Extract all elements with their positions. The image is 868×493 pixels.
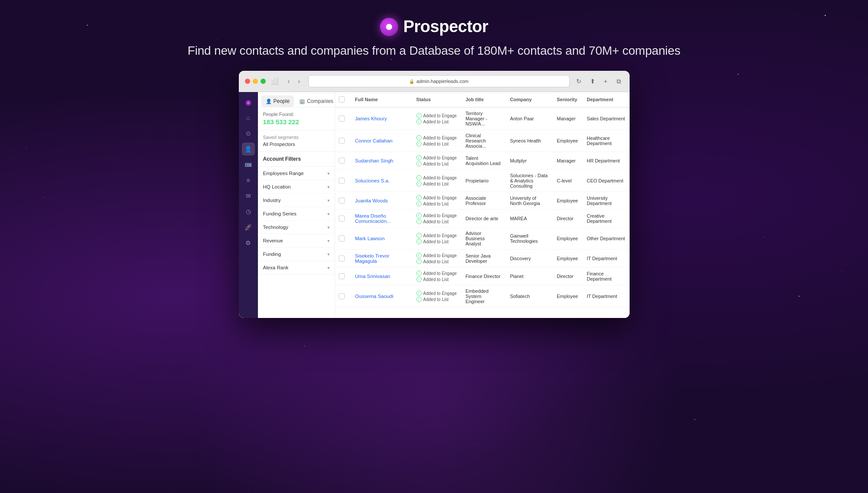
status-list-text-3: Added to List — [423, 182, 449, 186]
status-engage-8: Added to Engage — [416, 271, 457, 276]
tab-companies[interactable]: 🏢 Companies — [295, 96, 335, 107]
table-scroll-container[interactable]: Full Name Status Job title Company Senio… — [335, 92, 630, 318]
sidebar-icon-mail[interactable]: ✉ — [242, 189, 255, 202]
row-name-cell-7: Sisekelo Trevor Magagula — [351, 250, 412, 268]
sidebar-icon-settings[interactable]: ⚙ — [242, 236, 255, 249]
person-name-3[interactable]: Soluciones S.a. — [355, 178, 390, 183]
row-checkbox-4[interactable] — [339, 198, 345, 204]
saved-segments-title: Saved segments — [263, 135, 330, 140]
person-name-4[interactable]: Juanita Woods — [355, 198, 388, 203]
row-company-cell-8: Planet — [505, 268, 552, 285]
person-name-1[interactable]: Connor Callahan — [355, 138, 393, 143]
sidebar-icon-list[interactable]: ≡ — [242, 174, 255, 187]
filter-alexa-rank[interactable]: Alexa Rank ▾ — [258, 261, 335, 275]
row-checkbox-6[interactable] — [339, 235, 345, 242]
filter-hq-location[interactable]: HQ Location ▾ — [258, 180, 335, 194]
status-list-9: Added to List — [416, 297, 457, 302]
row-checkbox-5[interactable] — [339, 215, 345, 222]
forward-button[interactable]: › — [294, 76, 304, 86]
filter-technology[interactable]: Technology ▾ — [258, 221, 335, 234]
row-dept-cell-4: University Department — [582, 192, 629, 210]
person-name-2[interactable]: Sudarshan Singh — [355, 158, 393, 163]
person-name-0[interactable]: James Khoury — [355, 116, 387, 121]
table-row: Juanita Woods Added to Engage Added to L… — [335, 192, 630, 210]
row-company-cell-1: Syneos Health — [505, 130, 552, 152]
sidebar-icon-rocket[interactable]: 🚀 — [242, 221, 255, 234]
tab-people[interactable]: 👤 People — [261, 96, 294, 107]
chevron-industry-icon: ▾ — [327, 198, 330, 203]
status-list-text-5: Added to List — [423, 219, 449, 224]
sidebar-icon-home[interactable]: ⌂ — [242, 111, 255, 124]
sidebar-toggle-icon[interactable]: ⬜ — [270, 76, 280, 86]
row-checkbox-1[interactable] — [339, 138, 345, 144]
status-list-text-7: Added to List — [423, 259, 449, 264]
sidebar-icon-contacts[interactable]: 👤 — [242, 142, 255, 156]
people-found-count: 183 533 222 — [263, 118, 330, 126]
traffic-light-green[interactable] — [261, 79, 266, 84]
filter-funding-series[interactable]: Funding Series ▾ — [258, 207, 335, 221]
saved-segments-value[interactable]: All Prospectors — [263, 142, 330, 147]
row-checkbox-2[interactable] — [339, 158, 345, 164]
back-button[interactable]: ‹ — [284, 76, 294, 86]
traffic-light-red[interactable] — [245, 79, 250, 84]
row-company-cell-5: MAREA — [505, 210, 552, 228]
status-engage-1: Added to Engage — [416, 135, 457, 140]
status-engage-text-3: Added to Engage — [423, 175, 457, 180]
filter-industry[interactable]: Industry ▾ — [258, 194, 335, 207]
row-checkbox-cell — [335, 250, 351, 268]
row-dept-cell-6: Other Department — [582, 228, 629, 250]
filter-employees-range[interactable]: Employees Range ▾ — [258, 167, 335, 180]
sidebar-icon-id[interactable]: 🪪 — [242, 158, 255, 171]
row-checkbox-0[interactable] — [339, 116, 345, 122]
row-status-cell-3: Added to Engage Added to List — [412, 170, 461, 192]
row-status-cell-8: Added to Engage Added to List — [412, 268, 461, 285]
copy-tab-icon[interactable]: ⧉ — [614, 76, 624, 86]
traffic-light-yellow[interactable] — [253, 79, 258, 84]
sidebar-icon-history[interactable]: ◷ — [242, 205, 255, 218]
row-checkbox-cell — [335, 170, 351, 192]
row-status-cell-1: Added to Engage Added to List — [412, 130, 461, 152]
row-checkbox-3[interactable] — [339, 178, 345, 184]
person-name-7[interactable]: Sisekelo Trevor Magagula — [355, 253, 389, 264]
new-tab-icon[interactable]: + — [601, 76, 611, 86]
status-cell-1: Added to Engage Added to List — [416, 135, 457, 146]
row-checkbox-7[interactable] — [339, 255, 345, 261]
person-name-9[interactable]: Oussema Saoudi — [355, 294, 393, 299]
select-all-checkbox[interactable] — [339, 96, 345, 103]
row-jobtitle-cell-1: Clinical Research Associa... — [461, 130, 506, 152]
filter-funding[interactable]: Funding ▾ — [258, 248, 335, 261]
status-dot-list-8 — [416, 277, 422, 282]
browser-chrome: ⬜ ‹ › 🔒 admin.happierleads.com ↻ ⬆ + ⧉ — [239, 71, 630, 92]
row-checkbox-cell — [335, 210, 351, 228]
row-company-cell-9: Sofiatech — [505, 285, 552, 308]
status-dot-engage-1 — [416, 135, 422, 140]
sidebar-icon-brand[interactable]: ◉ — [242, 96, 255, 109]
row-status-cell-0: Added to Engage Added to List — [412, 107, 461, 130]
row-jobtitle-cell-4: Associate Professor — [461, 192, 506, 210]
column-company: Company — [505, 92, 552, 107]
tagline: Find new contacts and companies from a D… — [0, 44, 868, 58]
row-name-cell-8: Uma Srinivasan — [351, 268, 412, 285]
status-list-text-2: Added to List — [423, 162, 449, 166]
person-name-5[interactable]: Marea Diseño Comunicación... — [355, 213, 391, 224]
row-checkbox-cell — [335, 107, 351, 130]
filter-revenue[interactable]: Revenue ▾ — [258, 234, 335, 248]
row-company-cell-4: University of North Georgia — [505, 192, 552, 210]
status-list-2: Added to List — [416, 161, 457, 166]
person-name-6[interactable]: Mark Lawson — [355, 236, 385, 241]
table-row: Marea Diseño Comunicación... Added to En… — [335, 210, 630, 228]
address-bar[interactable]: 🔒 admin.happierleads.com — [308, 75, 570, 87]
row-checkbox-8[interactable] — [339, 273, 345, 279]
status-cell-0: Added to Engage Added to List — [416, 113, 457, 124]
refresh-button[interactable]: ↻ — [574, 76, 584, 86]
nav-buttons: ‹ › — [284, 76, 304, 86]
status-dot-engage-8 — [416, 271, 422, 276]
chevron-technology-icon: ▾ — [327, 225, 330, 230]
row-checkbox-9[interactable] — [339, 293, 345, 299]
status-list-4: Added to List — [416, 201, 457, 206]
person-name-8[interactable]: Uma Srinivasan — [355, 274, 390, 279]
status-dot-list-4 — [416, 201, 422, 206]
sidebar-icon-globe[interactable]: ⊙ — [242, 127, 255, 140]
column-job-title: Job title — [461, 92, 506, 107]
share-icon[interactable]: ⬆ — [588, 76, 597, 86]
